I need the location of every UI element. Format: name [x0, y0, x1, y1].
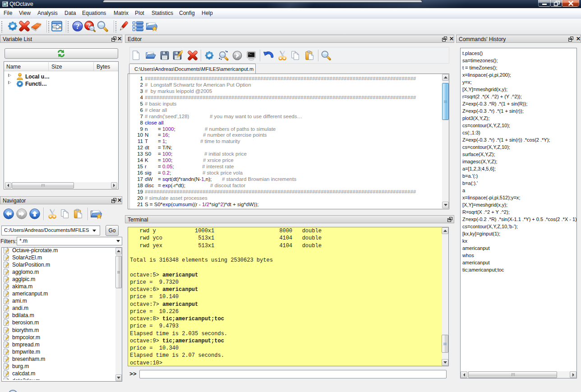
- svg-text:?: ?: [76, 22, 80, 31]
